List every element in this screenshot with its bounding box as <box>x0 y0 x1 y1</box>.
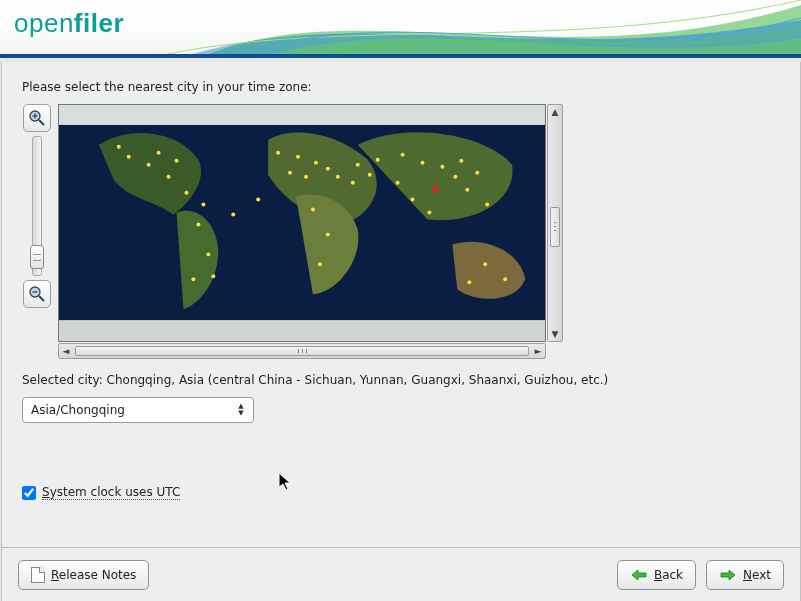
header-banner: openfiler <box>0 0 801 58</box>
zoom-in-icon <box>28 109 46 127</box>
scroll-up-icon[interactable]: ▲ <box>548 105 562 119</box>
svg-point-33 <box>465 188 469 192</box>
svg-point-28 <box>376 158 380 162</box>
svg-point-30 <box>420 161 424 165</box>
svg-point-13 <box>184 191 188 195</box>
svg-point-50 <box>256 198 260 202</box>
svg-point-19 <box>314 161 318 165</box>
scroll-right-icon[interactable]: ► <box>531 344 545 358</box>
zoom-out-icon <box>28 285 46 303</box>
svg-point-25 <box>311 208 315 212</box>
svg-point-16 <box>191 277 195 281</box>
horizontal-scroll-thumb[interactable] <box>75 346 529 356</box>
svg-point-23 <box>336 175 340 179</box>
svg-point-45 <box>356 163 360 167</box>
footer: Release Notes Back Next <box>2 547 800 601</box>
content-area: Please select the nearest city in your t… <box>1 62 801 601</box>
timezone-value: Asia/Chongqing <box>31 403 125 417</box>
svg-point-12 <box>167 175 171 179</box>
svg-rect-9 <box>59 320 545 342</box>
svg-point-31 <box>440 165 444 169</box>
dropdown-spinner-icon: ▲▼ <box>233 400 249 420</box>
zoom-out-button[interactable] <box>23 280 51 308</box>
zoom-slider-thumb[interactable] <box>30 245 44 269</box>
back-button[interactable]: Back <box>617 560 696 590</box>
svg-point-38 <box>503 277 507 281</box>
map-area: ▲ ▼ ◄ ► <box>22 104 780 359</box>
svg-point-15 <box>206 252 210 256</box>
map-vertical-scrollbar[interactable]: ▲ ▼ <box>547 104 563 342</box>
svg-point-42 <box>175 159 179 163</box>
svg-point-40 <box>117 145 121 149</box>
world-map[interactable] <box>58 104 546 342</box>
svg-line-5 <box>39 296 44 301</box>
timezone-dropdown[interactable]: Asia/Chongqing ▲▼ <box>22 397 254 423</box>
svg-point-29 <box>401 153 405 157</box>
svg-point-17 <box>276 151 280 155</box>
logo: openfiler <box>14 8 124 39</box>
scroll-left-icon[interactable]: ◄ <box>59 344 73 358</box>
svg-point-35 <box>427 211 431 215</box>
scroll-down-icon[interactable]: ▼ <box>548 327 562 341</box>
timezone-prompt: Please select the nearest city in your t… <box>22 80 780 94</box>
release-notes-button[interactable]: Release Notes <box>18 560 149 590</box>
svg-point-22 <box>288 171 292 175</box>
svg-point-10 <box>127 155 131 159</box>
svg-point-20 <box>326 167 330 171</box>
svg-point-14 <box>196 223 200 227</box>
svg-point-11 <box>147 163 151 167</box>
svg-point-18 <box>296 155 300 159</box>
svg-point-27 <box>318 262 322 266</box>
svg-point-21 <box>304 175 308 179</box>
svg-point-51 <box>231 213 235 217</box>
utc-checkbox-label[interactable]: System clock uses UTC <box>42 485 180 500</box>
svg-point-49 <box>485 203 489 207</box>
utc-checkbox[interactable] <box>22 486 36 500</box>
next-button[interactable]: Next <box>706 560 784 590</box>
svg-point-48 <box>475 171 479 175</box>
svg-point-32 <box>453 175 457 179</box>
vertical-scroll-thumb[interactable] <box>550 207 560 247</box>
arrow-left-icon <box>630 568 648 582</box>
zoom-slider[interactable] <box>32 136 42 276</box>
svg-point-24 <box>351 181 355 185</box>
svg-line-1 <box>39 120 44 125</box>
svg-rect-8 <box>59 105 545 125</box>
svg-point-26 <box>326 232 330 236</box>
svg-point-47 <box>459 159 463 163</box>
world-map-graphic <box>59 105 545 342</box>
svg-point-41 <box>157 151 161 155</box>
svg-point-39 <box>467 280 471 284</box>
arrow-right-icon <box>719 568 737 582</box>
svg-point-43 <box>201 203 205 207</box>
svg-point-37 <box>483 262 487 266</box>
zoom-in-button[interactable] <box>23 104 51 132</box>
svg-point-52 <box>432 186 438 192</box>
svg-point-34 <box>411 198 415 202</box>
svg-point-46 <box>368 173 372 177</box>
map-horizontal-scrollbar[interactable]: ◄ ► <box>58 343 546 359</box>
svg-point-36 <box>396 181 400 185</box>
document-icon <box>31 567 45 583</box>
selected-city-label: Selected city: Chongqing, Asia (central … <box>22 373 780 387</box>
svg-point-44 <box>211 274 215 278</box>
